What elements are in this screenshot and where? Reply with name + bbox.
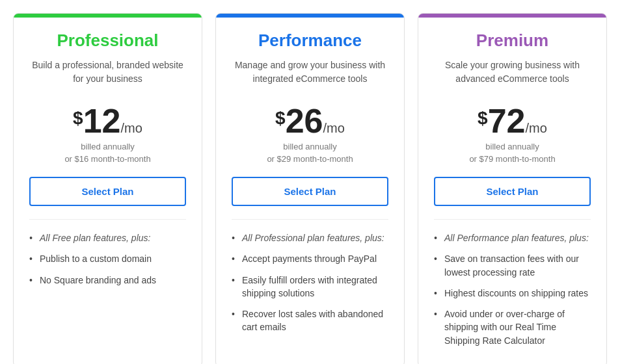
feature-item-professional-0: All Free plan features, plus:: [29, 228, 186, 248]
features-list-premium: All Performance plan features, plus:Save…: [434, 228, 591, 351]
plan-monthly-performance: or $29 month-to-month: [232, 154, 388, 164]
plan-description-premium: Scale your growing business with advance…: [434, 58, 591, 91]
plan-price-block-professional: $12/mo: [29, 104, 186, 138]
plan-name-professional: Professional: [29, 31, 186, 51]
divider-premium: [434, 219, 591, 220]
plan-price-block-performance: $26/mo: [232, 104, 388, 138]
divider-performance: [232, 219, 388, 220]
feature-item-performance-2: Easily fulfill orders with integrated sh…: [232, 270, 388, 304]
plan-description-professional: Build a professional, branded website fo…: [29, 58, 186, 91]
plan-price-performance: $26/mo: [275, 102, 345, 140]
plan-price-professional: $12/mo: [73, 102, 142, 140]
features-list-professional: All Free plan features, plus:Publish to …: [29, 228, 186, 291]
plan-monthly-premium: or $79 month-to-month: [434, 154, 591, 164]
plan-name-performance: Performance: [232, 31, 388, 51]
feature-item-performance-0: All Professional plan features, plus:: [232, 228, 388, 248]
plan-billing-premium: billed annually: [434, 142, 591, 151]
feature-item-premium-3: Avoid under or over-charge of shipping w…: [434, 304, 591, 351]
plan-card-premium: PremiumScale your growing business with …: [418, 13, 607, 364]
plan-price-block-premium: $72/mo: [434, 104, 591, 138]
plan-name-premium: Premium: [434, 31, 591, 51]
plan-description-performance: Manage and grow your business with integ…: [232, 58, 388, 91]
select-plan-button-professional[interactable]: Select Plan: [29, 177, 186, 206]
plan-billing-performance: billed annually: [232, 142, 388, 151]
plan-monthly-professional: or $16 month-to-month: [29, 154, 186, 164]
divider-professional: [29, 219, 186, 220]
feature-item-premium-1: Save on transaction fees with our lowest…: [434, 248, 591, 283]
feature-item-professional-1: Publish to a custom domain: [29, 248, 186, 269]
select-plan-button-premium[interactable]: Select Plan: [434, 177, 591, 206]
feature-item-professional-2: No Square branding and ads: [29, 270, 186, 291]
plans-container: ProfessionalBuild a professional, brande…: [13, 13, 607, 364]
select-plan-button-performance[interactable]: Select Plan: [232, 177, 388, 206]
features-list-performance: All Professional plan features, plus:Acc…: [232, 228, 388, 338]
feature-item-performance-1: Accept payments through PayPal: [232, 248, 388, 269]
plan-billing-professional: billed annually: [29, 142, 186, 151]
plan-card-performance: PerformanceManage and grow your business…: [215, 13, 405, 364]
feature-item-premium-0: All Performance plan features, plus:: [434, 228, 591, 248]
plan-price-premium: $72/mo: [478, 102, 547, 140]
feature-item-premium-2: Highest discounts on shipping rates: [434, 283, 591, 304]
plan-card-professional: ProfessionalBuild a professional, brande…: [13, 13, 202, 364]
feature-item-performance-3: Recover lost sales with abandoned cart e…: [232, 304, 388, 338]
